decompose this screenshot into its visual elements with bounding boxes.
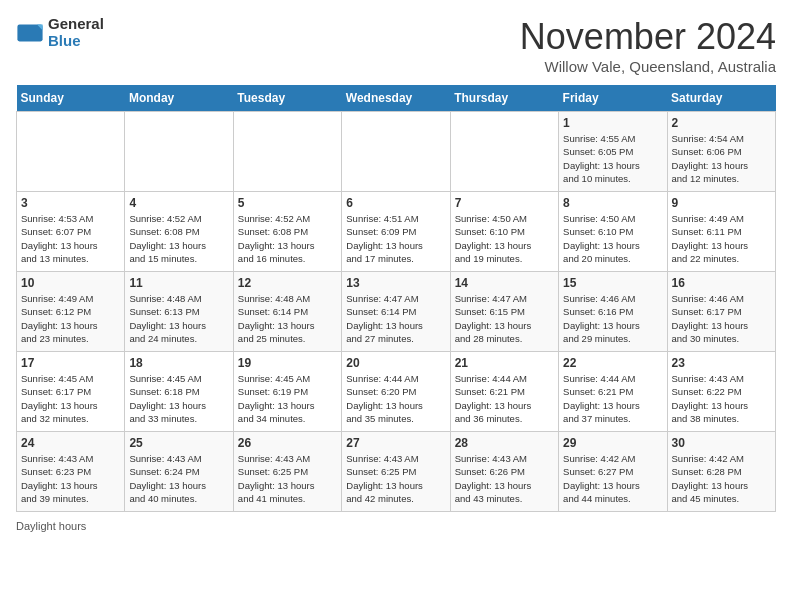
logo-icon — [16, 19, 44, 47]
day-number: 22 — [563, 356, 662, 370]
calendar-cell: 18Sunrise: 4:45 AM Sunset: 6:18 PM Dayli… — [125, 352, 233, 432]
day-info: Sunrise: 4:54 AM Sunset: 6:06 PM Dayligh… — [672, 132, 771, 185]
calendar-cell: 10Sunrise: 4:49 AM Sunset: 6:12 PM Dayli… — [17, 272, 125, 352]
day-info: Sunrise: 4:45 AM Sunset: 6:18 PM Dayligh… — [129, 372, 228, 425]
calendar-cell: 8Sunrise: 4:50 AM Sunset: 6:10 PM Daylig… — [559, 192, 667, 272]
calendar-cell: 25Sunrise: 4:43 AM Sunset: 6:24 PM Dayli… — [125, 432, 233, 512]
day-number: 24 — [21, 436, 120, 450]
week-row-1: 1Sunrise: 4:55 AM Sunset: 6:05 PM Daylig… — [17, 112, 776, 192]
day-number: 25 — [129, 436, 228, 450]
day-info: Sunrise: 4:52 AM Sunset: 6:08 PM Dayligh… — [238, 212, 337, 265]
calendar-cell: 12Sunrise: 4:48 AM Sunset: 6:14 PM Dayli… — [233, 272, 341, 352]
title-area: November 2024 Willow Vale, Queensland, A… — [520, 16, 776, 75]
calendar-table: SundayMondayTuesdayWednesdayThursdayFrid… — [16, 85, 776, 512]
week-row-3: 10Sunrise: 4:49 AM Sunset: 6:12 PM Dayli… — [17, 272, 776, 352]
calendar-cell: 23Sunrise: 4:43 AM Sunset: 6:22 PM Dayli… — [667, 352, 775, 432]
day-info: Sunrise: 4:43 AM Sunset: 6:25 PM Dayligh… — [346, 452, 445, 505]
calendar-cell: 22Sunrise: 4:44 AM Sunset: 6:21 PM Dayli… — [559, 352, 667, 432]
day-info: Sunrise: 4:47 AM Sunset: 6:15 PM Dayligh… — [455, 292, 554, 345]
calendar-cell: 3Sunrise: 4:53 AM Sunset: 6:07 PM Daylig… — [17, 192, 125, 272]
day-number: 15 — [563, 276, 662, 290]
calendar-cell: 6Sunrise: 4:51 AM Sunset: 6:09 PM Daylig… — [342, 192, 450, 272]
day-number: 27 — [346, 436, 445, 450]
calendar-cell — [125, 112, 233, 192]
day-info: Sunrise: 4:43 AM Sunset: 6:26 PM Dayligh… — [455, 452, 554, 505]
day-number: 23 — [672, 356, 771, 370]
calendar-cell: 28Sunrise: 4:43 AM Sunset: 6:26 PM Dayli… — [450, 432, 558, 512]
calendar-cell: 14Sunrise: 4:47 AM Sunset: 6:15 PM Dayli… — [450, 272, 558, 352]
day-number: 8 — [563, 196, 662, 210]
legend-area: Daylight hours — [16, 520, 776, 532]
day-info: Sunrise: 4:49 AM Sunset: 6:11 PM Dayligh… — [672, 212, 771, 265]
day-number: 28 — [455, 436, 554, 450]
day-number: 16 — [672, 276, 771, 290]
calendar-cell — [450, 112, 558, 192]
calendar-cell: 21Sunrise: 4:44 AM Sunset: 6:21 PM Dayli… — [450, 352, 558, 432]
day-number: 14 — [455, 276, 554, 290]
logo-text: General Blue — [48, 16, 104, 49]
calendar-cell: 5Sunrise: 4:52 AM Sunset: 6:08 PM Daylig… — [233, 192, 341, 272]
day-info: Sunrise: 4:43 AM Sunset: 6:24 PM Dayligh… — [129, 452, 228, 505]
day-info: Sunrise: 4:50 AM Sunset: 6:10 PM Dayligh… — [563, 212, 662, 265]
day-info: Sunrise: 4:50 AM Sunset: 6:10 PM Dayligh… — [455, 212, 554, 265]
day-info: Sunrise: 4:45 AM Sunset: 6:19 PM Dayligh… — [238, 372, 337, 425]
calendar-cell: 11Sunrise: 4:48 AM Sunset: 6:13 PM Dayli… — [125, 272, 233, 352]
location-subtitle: Willow Vale, Queensland, Australia — [520, 58, 776, 75]
week-row-4: 17Sunrise: 4:45 AM Sunset: 6:17 PM Dayli… — [17, 352, 776, 432]
day-info: Sunrise: 4:44 AM Sunset: 6:21 PM Dayligh… — [455, 372, 554, 425]
day-info: Sunrise: 4:51 AM Sunset: 6:09 PM Dayligh… — [346, 212, 445, 265]
calendar-cell: 9Sunrise: 4:49 AM Sunset: 6:11 PM Daylig… — [667, 192, 775, 272]
weekday-header-saturday: Saturday — [667, 85, 775, 112]
calendar-cell: 29Sunrise: 4:42 AM Sunset: 6:27 PM Dayli… — [559, 432, 667, 512]
calendar-cell: 1Sunrise: 4:55 AM Sunset: 6:05 PM Daylig… — [559, 112, 667, 192]
week-row-5: 24Sunrise: 4:43 AM Sunset: 6:23 PM Dayli… — [17, 432, 776, 512]
calendar-cell: 26Sunrise: 4:43 AM Sunset: 6:25 PM Dayli… — [233, 432, 341, 512]
day-number: 4 — [129, 196, 228, 210]
day-info: Sunrise: 4:48 AM Sunset: 6:13 PM Dayligh… — [129, 292, 228, 345]
calendar-cell: 20Sunrise: 4:44 AM Sunset: 6:20 PM Dayli… — [342, 352, 450, 432]
daylight-hours-legend: Daylight hours — [16, 520, 86, 532]
day-info: Sunrise: 4:42 AM Sunset: 6:27 PM Dayligh… — [563, 452, 662, 505]
day-info: Sunrise: 4:44 AM Sunset: 6:20 PM Dayligh… — [346, 372, 445, 425]
day-number: 21 — [455, 356, 554, 370]
calendar-cell: 16Sunrise: 4:46 AM Sunset: 6:17 PM Dayli… — [667, 272, 775, 352]
weekday-header-tuesday: Tuesday — [233, 85, 341, 112]
weekday-header-sunday: Sunday — [17, 85, 125, 112]
weekday-header-friday: Friday — [559, 85, 667, 112]
day-number: 30 — [672, 436, 771, 450]
day-info: Sunrise: 4:46 AM Sunset: 6:16 PM Dayligh… — [563, 292, 662, 345]
day-number: 26 — [238, 436, 337, 450]
day-number: 9 — [672, 196, 771, 210]
day-info: Sunrise: 4:46 AM Sunset: 6:17 PM Dayligh… — [672, 292, 771, 345]
weekday-header-monday: Monday — [125, 85, 233, 112]
day-info: Sunrise: 4:55 AM Sunset: 6:05 PM Dayligh… — [563, 132, 662, 185]
day-info: Sunrise: 4:52 AM Sunset: 6:08 PM Dayligh… — [129, 212, 228, 265]
day-info: Sunrise: 4:43 AM Sunset: 6:22 PM Dayligh… — [672, 372, 771, 425]
day-info: Sunrise: 4:49 AM Sunset: 6:12 PM Dayligh… — [21, 292, 120, 345]
calendar-cell: 4Sunrise: 4:52 AM Sunset: 6:08 PM Daylig… — [125, 192, 233, 272]
week-row-2: 3Sunrise: 4:53 AM Sunset: 6:07 PM Daylig… — [17, 192, 776, 272]
calendar-cell: 13Sunrise: 4:47 AM Sunset: 6:14 PM Dayli… — [342, 272, 450, 352]
weekday-header-row: SundayMondayTuesdayWednesdayThursdayFrid… — [17, 85, 776, 112]
calendar-cell: 24Sunrise: 4:43 AM Sunset: 6:23 PM Dayli… — [17, 432, 125, 512]
calendar-cell: 17Sunrise: 4:45 AM Sunset: 6:17 PM Dayli… — [17, 352, 125, 432]
day-info: Sunrise: 4:47 AM Sunset: 6:14 PM Dayligh… — [346, 292, 445, 345]
calendar-cell: 30Sunrise: 4:42 AM Sunset: 6:28 PM Dayli… — [667, 432, 775, 512]
weekday-header-thursday: Thursday — [450, 85, 558, 112]
day-info: Sunrise: 4:43 AM Sunset: 6:23 PM Dayligh… — [21, 452, 120, 505]
day-number: 18 — [129, 356, 228, 370]
day-number: 13 — [346, 276, 445, 290]
day-info: Sunrise: 4:44 AM Sunset: 6:21 PM Dayligh… — [563, 372, 662, 425]
logo-general-text: General — [48, 16, 104, 33]
weekday-header-wednesday: Wednesday — [342, 85, 450, 112]
day-number: 10 — [21, 276, 120, 290]
calendar-cell: 27Sunrise: 4:43 AM Sunset: 6:25 PM Dayli… — [342, 432, 450, 512]
day-info: Sunrise: 4:43 AM Sunset: 6:25 PM Dayligh… — [238, 452, 337, 505]
day-number: 11 — [129, 276, 228, 290]
day-number: 3 — [21, 196, 120, 210]
svg-rect-0 — [17, 24, 42, 41]
month-title: November 2024 — [520, 16, 776, 58]
day-number: 12 — [238, 276, 337, 290]
calendar-cell — [17, 112, 125, 192]
logo-blue-text: Blue — [48, 33, 104, 50]
